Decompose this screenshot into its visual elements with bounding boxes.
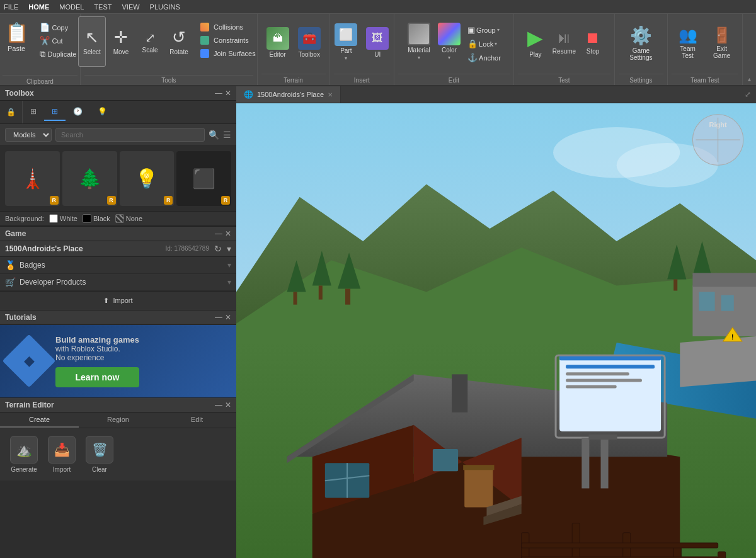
team-test-button[interactable]: 👥 Team Test (672, 20, 704, 65)
terrain-editor-button[interactable]: 🏔 Editor (263, 20, 292, 64)
menu-home[interactable]: HOME (28, 3, 49, 11)
item-badge: R (221, 196, 230, 205)
ui-button[interactable]: 🖼 UI (363, 20, 392, 64)
terrain-generate-tool[interactable]: ⛰️ Generate (10, 436, 38, 473)
scale-tool[interactable]: ⤢ Scale (136, 16, 164, 67)
svg-rect-14 (673, 279, 677, 290)
toolbox-tab-featured[interactable]: 💡 (90, 103, 115, 121)
model-type-dropdown[interactable]: Models (5, 128, 52, 142)
select-tool[interactable]: ↖ Select (78, 16, 106, 67)
toolbox-search-input[interactable] (55, 128, 205, 142)
learn-now-button[interactable]: Learn now (55, 367, 139, 387)
viewport-tab-close[interactable]: ✕ (328, 91, 333, 98)
search-icon[interactable]: 🔍 (209, 130, 219, 140)
terrain-toolbox-icon: 🧰 (298, 27, 321, 50)
toolbox-item[interactable]: 🗼 R (5, 151, 60, 206)
paste-button[interactable]: 📋 Paste (0, 19, 33, 55)
play-button[interactable]: ▶ Play (523, 19, 548, 64)
test-label: Test (518, 74, 610, 84)
terrain-generate-icon: ⛰️ (10, 436, 38, 464)
menu-file[interactable]: FILE (4, 3, 18, 11)
rotate-tool[interactable]: ↺ Rotate (165, 16, 193, 67)
terrain-editor-minimize[interactable]: — (215, 401, 222, 409)
viewport-tab-item[interactable]: 🌐 1500Androids's Place ✕ (236, 86, 341, 103)
terrain-tab-edit[interactable]: Edit (158, 413, 236, 428)
join-surfaces-button[interactable]: Join Surfaces (197, 48, 260, 59)
terrain-tab-region[interactable]: Region (79, 413, 158, 428)
lock-button[interactable]: 🔒 Lock ▾ (465, 38, 500, 50)
item-badge: R (164, 196, 173, 205)
collisions-button[interactable]: Collisions (197, 21, 260, 33)
svg-rect-28 (433, 449, 458, 471)
badges-icon: 🏅 (5, 260, 16, 270)
menu-view[interactable]: VIEW (122, 3, 139, 11)
menu-test[interactable]: TEST (94, 3, 112, 11)
game-close[interactable]: ✕ (225, 229, 231, 238)
viewport-expand-icon[interactable]: ⤢ (740, 86, 756, 103)
item-badge: R (50, 196, 59, 205)
stop-button[interactable]: ⏹ Stop (580, 19, 605, 64)
move-tool[interactable]: ✛ Move (107, 16, 135, 67)
toolbox-tab-grid[interactable]: ⊞ (23, 103, 44, 121)
svg-rect-36 (522, 543, 718, 548)
terrain-editor-title: Terrain Editor (5, 401, 54, 409)
bg-black-swatch (83, 214, 91, 223)
toolbox-lock-icon[interactable]: 🔒 (0, 101, 23, 123)
game-minimize[interactable]: — (215, 229, 222, 238)
game-settings-button[interactable]: ⚙️ Game Settings (619, 20, 663, 65)
game-badges-item[interactable]: 🏅 Badges ▾ (0, 257, 236, 274)
filter-icon[interactable]: ☰ (223, 130, 231, 140)
team-test-label: Team Test (672, 74, 738, 84)
anchor-button[interactable]: ⚓ Anchor (465, 52, 503, 64)
toolbox-item[interactable]: 💡 R (120, 151, 175, 206)
item-badge: R (107, 196, 116, 205)
color-button[interactable]: Color ▾ (435, 19, 464, 64)
tutorials-minimize[interactable]: — (215, 313, 222, 322)
toolbox-tabs: 🔒 ⊞ ⊞ 🕐 💡 (0, 101, 236, 124)
terrain-generate-label: Generate (11, 466, 37, 473)
svg-rect-42 (581, 438, 589, 488)
exit-game-button[interactable]: 🚪 Exit Game (705, 20, 738, 65)
copy-button[interactable]: 📄 Copy (36, 21, 81, 33)
menu-plugins[interactable]: PLUGINS (150, 3, 180, 11)
toolbox-item[interactable]: 🌲 R (62, 151, 117, 206)
ribbon-expand[interactable]: ▴ (743, 14, 756, 85)
game-panel: Game — ✕ 1500Androids's Place Id: 178654… (0, 226, 236, 310)
svg-rect-20 (452, 374, 467, 412)
resume-button[interactable]: ⏯ Resume (549, 19, 579, 64)
3d-scene[interactable]: ! Right (236, 103, 756, 558)
toolbox-minimize[interactable]: — (215, 89, 222, 98)
import-icon: ⬆ (103, 297, 109, 305)
duplicate-button[interactable]: ⧉ Duplicate (36, 48, 81, 60)
bg-black-option[interactable]: Black (83, 214, 110, 223)
terrain-toolbox-button[interactable]: 🧰 Toolbox (295, 20, 324, 64)
game-refresh[interactable]: ↻ (214, 244, 222, 254)
terrain-editor-close[interactable]: ✕ (225, 401, 231, 409)
tutorials-close[interactable]: ✕ (225, 313, 231, 322)
toolbox-close[interactable]: ✕ (225, 89, 231, 98)
edit-section: Material ▾ Color ▾ ▣ Group ▾ 🔒 (394, 14, 514, 85)
svg-text:!: ! (731, 334, 733, 341)
bg-white-option[interactable]: White (49, 214, 77, 223)
terrain-clear-tool[interactable]: 🗑️ Clear (86, 436, 113, 473)
cut-button[interactable]: ✂️ Cut (36, 35, 81, 47)
game-products-item[interactable]: 🛒 Developer Products ▾ (0, 274, 236, 291)
toolbox-item[interactable]: ⬛ R (176, 151, 231, 206)
ribbon: 📋 Paste 📄 Copy ✂️ Cut ⧉ Duplicate Clipbo… (0, 14, 756, 86)
toolbox-panel: Toolbox — ✕ 🔒 ⊞ ⊞ 🕐 💡 Models 🔍 ☰ (0, 86, 236, 226)
constraints-button[interactable]: Constraints (197, 35, 260, 46)
svg-rect-32 (572, 523, 580, 558)
group-button[interactable]: ▣ Group ▾ (465, 24, 502, 36)
toolbox-tab-models[interactable]: ⊞ (44, 103, 66, 121)
bg-none-option[interactable]: None (115, 214, 142, 223)
terrain-import-tool[interactable]: 📥 Import (48, 436, 76, 473)
toolbox-tab-recent[interactable]: 🕐 (66, 103, 90, 121)
team-test-section: 👥 Team Test 🚪 Exit Game Team Test (668, 14, 743, 85)
import-button[interactable]: ⬆ Import (0, 291, 236, 310)
part-button[interactable]: ⬜ Part ▾ (331, 20, 360, 64)
game-scroll-down[interactable]: ▾ (227, 244, 231, 254)
menu-model[interactable]: MODEL (59, 3, 84, 11)
material-button[interactable]: Material ▾ (404, 19, 433, 64)
toolbox-controls: — ✕ (215, 89, 231, 98)
terrain-tab-create[interactable]: Create (0, 413, 79, 428)
